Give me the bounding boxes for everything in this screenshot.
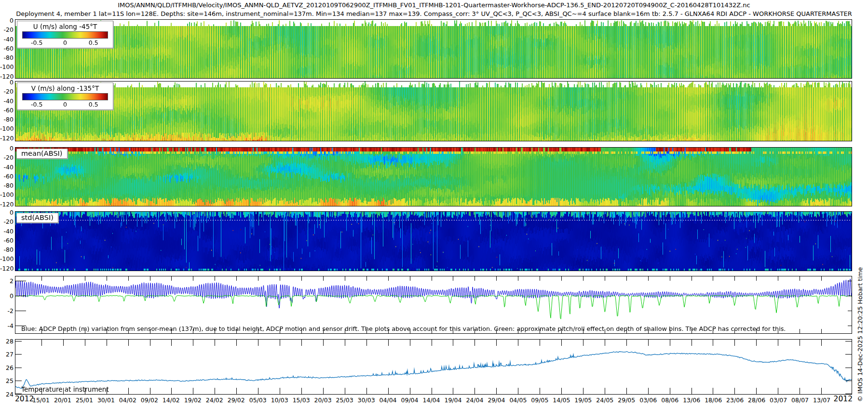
u-legend-title: U (m/s) along -45°T bbox=[22, 23, 108, 30]
u-colorbar-ticks: -0.5 0 0.5 bbox=[22, 39, 108, 46]
depth-tick-label: -100 bbox=[0, 191, 14, 198]
x-tick-label: 03/07 bbox=[770, 396, 787, 404]
depth-variation-tick-label: -4 bbox=[0, 322, 14, 329]
depth-tick-label: 0 bbox=[0, 17, 14, 24]
x-tick-label: 19/05 bbox=[574, 396, 592, 404]
v-colorbar-ticks: -0.5 0 0.5 bbox=[22, 100, 108, 108]
x-tick-label: 15/03 bbox=[293, 396, 310, 404]
temperature-tick-label: 26 bbox=[0, 364, 14, 371]
x-tick-label: 09/02 bbox=[141, 396, 158, 404]
depth-tick-label: -80 bbox=[0, 116, 14, 123]
temperature-tick-label: 25 bbox=[0, 377, 14, 384]
v-legend-title: V (m/s) along -135°T bbox=[22, 84, 108, 92]
x-tick-label: 24/02 bbox=[206, 396, 223, 404]
u-velocity-heatmap bbox=[15, 20, 852, 78]
panel-depth-variation: Blue: ADCP Depth (m) variation from sens… bbox=[15, 276, 852, 334]
x-tick-label: 14/04 bbox=[422, 396, 440, 404]
depth-tick-label: -100 bbox=[0, 255, 14, 262]
depth-tick-label: -60 bbox=[0, 236, 14, 244]
depth-variation-tick-label: 2 bbox=[0, 277, 14, 285]
temperature-line bbox=[15, 340, 852, 394]
panel-std-absi: std(ABSI) bbox=[15, 211, 852, 271]
temperature-tick-label: 28 bbox=[0, 337, 14, 344]
mean-absi-label: mean(ABSI) bbox=[16, 149, 68, 159]
x-tick-label: 13/07 bbox=[813, 396, 830, 404]
depth-variation-tick-label: -2 bbox=[0, 307, 14, 314]
x-tick-label: 24/05 bbox=[596, 396, 613, 404]
std-absi-label: std(ABSI) bbox=[16, 213, 58, 223]
colorbar-tick: 0.5 bbox=[89, 101, 98, 108]
depth-tick-label: -40 bbox=[0, 163, 14, 170]
u-legend: U (m/s) along -45°T -0.5 0 0.5 bbox=[17, 21, 113, 48]
depth-tick-label: 0 bbox=[0, 79, 14, 86]
x-tick-label: 09/05 bbox=[531, 396, 548, 404]
colorbar-tick: -0.5 bbox=[31, 39, 42, 46]
depth-tick-label: -100 bbox=[0, 63, 14, 70]
x-tick-label: 25/01 bbox=[76, 396, 93, 404]
panel-mean-absi: mean(ABSI) bbox=[15, 147, 852, 206]
depth-tick-label: 0 bbox=[0, 145, 14, 152]
x-tick-label: 18/06 bbox=[705, 396, 722, 404]
x-tick-label: 29/05 bbox=[618, 396, 635, 404]
temperature-tick-label: 27 bbox=[0, 351, 14, 358]
depth-tick-label: -100 bbox=[0, 125, 14, 132]
u-colorbar bbox=[22, 31, 108, 39]
x-tick-label: 08/07 bbox=[791, 396, 809, 404]
x-tick-label: 14/02 bbox=[163, 396, 180, 404]
depth-variation-tick-label: 0 bbox=[0, 292, 14, 300]
x-tick-label: 28/06 bbox=[748, 396, 765, 404]
figure-subtitle: Deployment 4, member 1 lat=11S lon=128E.… bbox=[0, 10, 868, 17]
depth-tick-label: -120 bbox=[0, 264, 14, 272]
depth-tick-label: -120 bbox=[0, 134, 14, 141]
x-tick-label: 30/01 bbox=[97, 396, 115, 404]
depth-tick-label: -80 bbox=[0, 246, 14, 253]
std-absi-heatmap bbox=[15, 212, 852, 271]
depth-variation-annotation: Blue: ADCP Depth (m) variation from sens… bbox=[21, 325, 786, 332]
x-tick-label: 15/01 bbox=[32, 396, 50, 404]
temperature-tick-label: 24 bbox=[0, 391, 14, 398]
x-tick-label: 03/06 bbox=[639, 396, 657, 404]
x-axis-year-right: 2012 bbox=[834, 395, 853, 403]
adcp-figure: { "title": "IMOS/ANMN/QLD/ITFMHB/Velocit… bbox=[0, 0, 868, 410]
colorbar-tick: 0 bbox=[63, 101, 67, 108]
panel-temperature: Temperature at instrument bbox=[15, 339, 852, 395]
colorbar-tick: 0 bbox=[63, 39, 67, 46]
depth-tick-label: -20 bbox=[0, 154, 14, 161]
depth-tick-label: -20 bbox=[0, 88, 14, 95]
depth-tick-label: -80 bbox=[0, 54, 14, 61]
x-tick-label: 04/04 bbox=[380, 396, 397, 404]
v-velocity-heatmap bbox=[15, 82, 852, 141]
depth-tick-label: -120 bbox=[0, 200, 14, 207]
x-tick-label: 23/06 bbox=[726, 396, 744, 404]
v-colorbar bbox=[22, 93, 108, 100]
panel-v-velocity: V (m/s) along -135°T -0.5 0 0.5 bbox=[15, 81, 852, 141]
x-tick-label: 20/03 bbox=[314, 396, 332, 404]
x-tick-label: 24/04 bbox=[466, 396, 483, 404]
x-tick-label: 08/06 bbox=[661, 396, 678, 404]
depth-tick-label: -60 bbox=[0, 44, 14, 52]
x-tick-label: 05/03 bbox=[249, 396, 267, 404]
depth-tick-label: -40 bbox=[0, 97, 14, 104]
depth-tick-label: -60 bbox=[0, 106, 14, 113]
figure-title: IMOS/ANMN/QLD/ITFMHB/Velocity/IMOS_ANMN-… bbox=[0, 1, 868, 9]
mean-absi-heatmap bbox=[15, 148, 852, 206]
x-tick-label: 14/05 bbox=[553, 396, 570, 404]
x-tick-label: 19/04 bbox=[444, 396, 461, 404]
x-tick-label: 30/03 bbox=[358, 396, 375, 404]
depth-tick-label: -60 bbox=[0, 172, 14, 179]
panel-u-velocity: U (m/s) along -45°T -0.5 0 0.5 bbox=[15, 19, 852, 79]
x-tick-label: 04/02 bbox=[119, 396, 136, 404]
x-tick-label: 29/04 bbox=[488, 396, 505, 404]
x-tick-label: 20/01 bbox=[54, 396, 71, 404]
v-legend: V (m/s) along -135°T -0.5 0 0.5 bbox=[17, 82, 113, 110]
x-tick-label: 29/02 bbox=[228, 396, 245, 404]
x-tick-label: 04/05 bbox=[509, 396, 527, 404]
x-tick-label: 25/03 bbox=[336, 396, 353, 404]
imos-watermark: © IMOS 14-Dec-2025 12:20:25 Hobart time bbox=[856, 267, 864, 402]
depth-tick-label: -80 bbox=[0, 182, 14, 189]
x-tick-label: 19/02 bbox=[184, 396, 202, 404]
depth-tick-label: -20 bbox=[0, 218, 14, 225]
depth-tick-label: -40 bbox=[0, 35, 14, 42]
depth-tick-label: 0 bbox=[0, 209, 14, 216]
temperature-label: Temperature at instrument bbox=[21, 385, 109, 393]
